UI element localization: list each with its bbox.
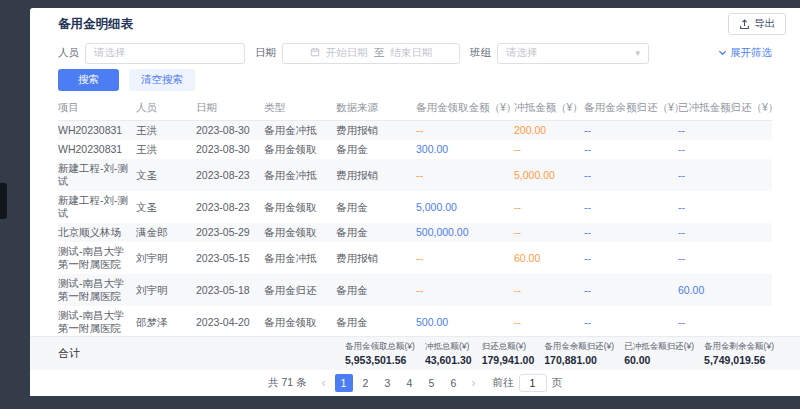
cell-receive: 500,000.00 [416, 223, 514, 242]
pagination-bar: 共 71 条 ‹ 123456 › 前往 页 [30, 370, 800, 396]
next-page-icon[interactable]: › [469, 376, 479, 390]
table-row: 测试-南昌大学第一附属医院刘宇明2023-05-15备用金冲抵费用报销--60.… [58, 242, 772, 274]
filter-row: 人员 请选择 日期 开始日期 至 结束日期 班组 请选择 ▾ [30, 40, 800, 66]
page-button[interactable]: 4 [401, 374, 419, 392]
cell-source: 备用金 [336, 140, 416, 159]
cell-project: 测试-南昌大学第一附属医院 [58, 306, 136, 336]
cell-offset_return: -- [678, 306, 772, 336]
page-button[interactable]: 5 [423, 374, 441, 392]
page-list: 123456 [335, 374, 463, 392]
cell-date: 2023-08-30 [196, 121, 264, 141]
drawer-handle[interactable] [0, 183, 7, 219]
person-filter-label: 人员 [58, 46, 79, 60]
date-range-picker[interactable]: 开始日期 至 结束日期 [282, 43, 460, 64]
cell-offset_return: -- [678, 159, 772, 191]
summary-item-label: 冲抵总额(¥) [425, 341, 472, 353]
table-row: 测试-南昌大学第一附属医院刘宇明2023-05-18备用金归还备用金------… [58, 274, 772, 306]
cell-source: 备用金 [336, 191, 416, 223]
cell-offset: -- [514, 223, 584, 242]
cell-balance_return: -- [584, 242, 678, 274]
export-label: 导出 [754, 17, 775, 31]
cell-balance_return: -- [584, 121, 678, 141]
cell-receive: 5,000.00 [416, 191, 514, 223]
cell-offset_return: -- [678, 242, 772, 274]
cell-person: 刘宇明 [136, 274, 196, 306]
summary-item-value: 5,953,501.56 [345, 354, 415, 366]
cell-person: 文圣 [136, 159, 196, 191]
column-header: 冲抵金额（¥） [514, 96, 584, 121]
goto-page-input[interactable] [519, 374, 547, 392]
cell-person: 邵梦泽 [136, 306, 196, 336]
cell-project: 新建工程-刘-测试 [58, 191, 136, 223]
summary-item: 备用金剩余金额(¥)5,749,019.56 [704, 341, 774, 366]
cell-person: 刘宇明 [136, 242, 196, 274]
summary-items: 备用金领取总额(¥)5,953,501.56冲抵总额(¥)43,601.30归还… [345, 337, 774, 370]
data-table: 项目人员日期类型数据来源备用金领取金额（¥）冲抵金额（¥）备用金余额归还（¥）已… [30, 94, 800, 336]
prev-page-icon[interactable]: ‹ [319, 376, 329, 390]
cell-person: 满金郎 [136, 223, 196, 242]
team-filter-label: 班组 [470, 46, 491, 60]
cell-offset_return: -- [678, 223, 772, 242]
cell-offset: -- [514, 140, 584, 159]
cell-date: 2023-05-29 [196, 223, 264, 242]
cell-source: 备用金 [336, 223, 416, 242]
cell-offset_return: -- [678, 121, 772, 141]
expand-filter-label: 展开筛选 [730, 46, 772, 60]
table-body: WH20230831王洪2023-08-30备用金冲抵费用报销--200.00-… [58, 121, 772, 337]
cell-source: 费用报销 [336, 242, 416, 274]
summary-item-value: 170,881.00 [544, 354, 614, 366]
clear-search-button[interactable]: 清空搜索 [129, 69, 195, 91]
search-button[interactable]: 搜索 [58, 69, 119, 91]
summary-item-label: 备用金余额归还(¥) [544, 341, 614, 353]
cell-person: 王洪 [136, 140, 196, 159]
summary-item-value: 60.00 [624, 354, 694, 366]
cell-offset: -- [514, 274, 584, 306]
cell-offset: 60.00 [514, 242, 584, 274]
cell-receive: 500.00 [416, 306, 514, 336]
cell-source: 备用金 [336, 306, 416, 336]
date-start-placeholder: 开始日期 [326, 46, 368, 60]
cell-source: 备用金 [336, 274, 416, 306]
cell-source: 费用报销 [336, 121, 416, 141]
team-select[interactable]: 请选择 ▾ [497, 43, 649, 64]
person-filter: 人员 请选择 [58, 43, 245, 64]
column-header: 人员 [136, 96, 196, 121]
cell-date: 2023-05-15 [196, 242, 264, 274]
cell-balance_return: -- [584, 159, 678, 191]
page-button[interactable]: 2 [357, 374, 375, 392]
petty-cash-detail-panel: 备用金明细表 导出 人员 请选择 日期 [30, 8, 800, 396]
cell-balance_return: -- [584, 223, 678, 242]
summary-item-label: 已冲抵金额归还(¥) [624, 341, 694, 353]
cell-date: 2023-08-30 [196, 140, 264, 159]
team-select-placeholder: 请选择 [506, 46, 538, 60]
expand-filter-link[interactable]: 展开筛选 [718, 46, 786, 60]
cell-person: 文圣 [136, 191, 196, 223]
cell-offset: 5,000.00 [514, 159, 584, 191]
summary-item-label: 归还总额(¥) [482, 341, 535, 353]
date-filter: 日期 开始日期 至 结束日期 [255, 43, 460, 64]
person-select[interactable]: 请选择 [85, 43, 245, 64]
page-button[interactable]: 3 [379, 374, 397, 392]
goto-label: 前往 [493, 376, 514, 390]
export-button[interactable]: 导出 [728, 13, 786, 35]
page-button[interactable]: 6 [445, 374, 463, 392]
cell-balance_return: -- [584, 140, 678, 159]
person-select-placeholder: 请选择 [94, 46, 126, 60]
column-header: 已冲抵金额归还（¥） [678, 96, 772, 121]
summary-item-label: 备用金领取总额(¥) [345, 341, 415, 353]
page-button[interactable]: 1 [335, 374, 353, 392]
cell-offset_return: -- [678, 191, 772, 223]
cell-type: 备用金领取 [264, 306, 336, 336]
action-row: 搜索 清空搜索 [30, 66, 800, 94]
cell-offset_return: 60.00 [678, 274, 772, 306]
table-header-row: 项目人员日期类型数据来源备用金领取金额（¥）冲抵金额（¥）备用金余额归还（¥）已… [58, 96, 772, 121]
cell-project: 北京顺义林场 [58, 223, 136, 242]
summary-item-value: 5,749,019.56 [704, 354, 774, 366]
page-title: 备用金明细表 [58, 16, 133, 33]
summary-row: 合计 备用金领取总额(¥)5,953,501.56冲抵总额(¥)43,601.3… [30, 336, 800, 370]
cell-project: WH20230831 [58, 121, 136, 141]
cell-offset_return: -- [678, 140, 772, 159]
summary-item: 备用金领取总额(¥)5,953,501.56 [345, 341, 415, 366]
pagination-total: 共 71 条 [268, 376, 307, 390]
cell-receive: -- [416, 274, 514, 306]
